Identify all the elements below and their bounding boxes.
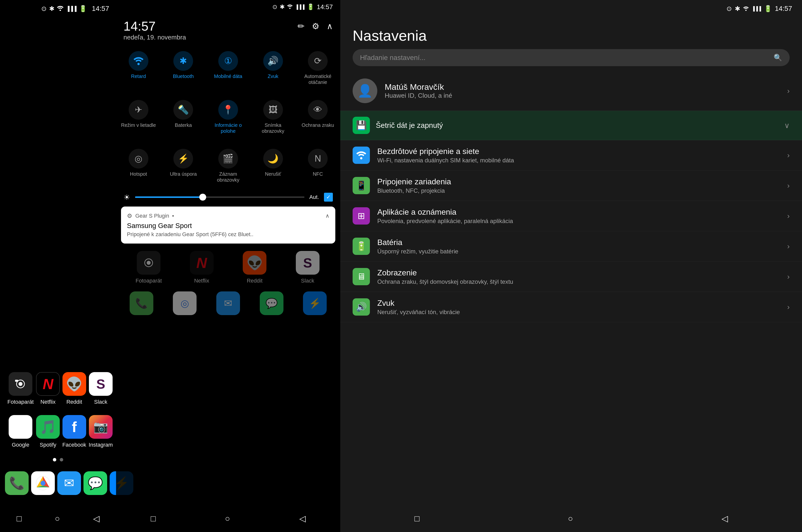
shade-clock: 14:57 [124,19,186,34]
slack-app-label: Slack [94,399,107,405]
list-item[interactable]: 💬 [84,471,107,495]
screen-record-toggle-icon[interactable]: 🎬 [218,149,238,169]
profile-sub: Huawei ID, Cloud, a iné [385,92,452,99]
eye-protection-toggle-icon[interactable]: 👁 [308,100,328,120]
ultra-save-toggle-label: Ultra úspora [170,171,197,177]
netflix-app-icon[interactable]: N [36,372,60,396]
shade-nav-home[interactable]: ○ [225,514,230,524]
facebook-app-icon[interactable]: f [62,415,86,439]
list-item[interactable]: S Slack [89,372,113,405]
list-item[interactable]: 👽 Reddit [62,372,86,405]
toggle-eye-protection[interactable]: 👁 Ochrana zraku [295,95,340,139]
sound-toggle-label: Zvuk [268,73,278,79]
camera-app-label: Fotoaparát [7,399,34,405]
settings-search-bar[interactable]: Hľadanie nastavení... 🔍 [352,49,790,66]
nfc-toggle-icon[interactable]: N [308,149,328,169]
rotation-toggle-icon[interactable]: ⟳ [308,51,328,71]
phone-dock-icon[interactable]: 📞 [5,471,29,495]
settings-nav-recent[interactable]: □ [414,514,420,524]
list-item[interactable]: N Netflix [36,372,60,405]
settings-item-wireless[interactable]: Bezdrôtové pripojenie a siete Wi-Fi, nas… [340,140,802,171]
settings-time: 14:57 [775,5,792,13]
airplane-toggle-icon[interactable]: ✈ [129,100,148,120]
home-nav-back[interactable]: ◁ [93,513,99,524]
data-saver-banner[interactable]: 💾 Šetrič dát je zapnutý ∨ [340,111,802,140]
wifi-toggle-icon[interactable] [129,51,148,71]
bluetooth-toggle-icon[interactable]: ✱ [174,51,193,71]
display-settings-title: Zobrazenie [377,268,513,277]
dnd-toggle-icon[interactable]: 🌙 [263,149,283,169]
list-item[interactable]: f Facebook [62,415,86,448]
mail-dock-icon[interactable]: ✉ [57,471,81,495]
spotify-app-icon[interactable]: 🎵 [36,415,60,439]
list-item[interactable]: Fotoaparát [7,372,34,405]
home-nav-recent[interactable]: □ [17,514,22,524]
settings-item-device-connect[interactable]: 📱 Pripojenie zariadenia Bluetooth, NFC, … [340,171,802,201]
hotspot-toggle-icon[interactable]: ◎ [129,149,148,169]
whatsapp-dock-icon[interactable]: 💬 [84,471,107,495]
screenshot-toggle-icon[interactable]: 🖼 [263,100,283,120]
settings-nav-home[interactable]: ○ [568,514,573,524]
toggle-nfc[interactable]: N NFC [295,144,340,188]
ultra-save-toggle-icon[interactable]: ⚡ [174,149,193,169]
toggle-location[interactable]: 📍 Informácie o polohe [206,95,251,139]
shade-signal-icon: ▐▐▐ [295,4,305,10]
mobile-data-toggle-icon[interactable]: ① [218,51,238,71]
notif-expand-icon[interactable]: ∧ [325,213,329,219]
toggle-ultra-save[interactable]: ⚡ Ultra úspora [161,144,206,188]
toggle-do-not-disturb[interactable]: 🌙 Nerušiť [251,144,295,188]
shade-alarm-icon: ⊙ [272,3,277,11]
settings-item-battery[interactable]: 🔋 Batéria Úsporný režim, využitie batéri… [340,231,802,262]
toggle-bluetooth[interactable]: ✱ Bluetooth [161,46,206,90]
toggle-flashlight[interactable]: 🔦 Baterka [161,95,206,139]
google-app-icon[interactable] [8,415,32,439]
list-item[interactable]: ✉ [57,471,81,495]
settings-item-apps[interactable]: ⊞ Aplikácie a oznámenia Povolenia, predv… [340,201,802,231]
location-toggle-icon[interactable]: 📍 [218,100,238,120]
chrome-dock-icon[interactable] [31,471,55,495]
shade-settings-icon[interactable]: ⚙ [312,21,319,31]
toggle-wifi[interactable]: Retard [116,46,161,90]
list-item: ✉ [208,291,249,315]
instagram-app-icon[interactable]: 📷 [89,415,113,439]
page-dots [0,453,116,467]
slack-app-icon[interactable]: S [89,372,113,396]
shade-collapse-icon[interactable]: ∧ [327,21,333,31]
shade-action-buttons: ✏ ⚙ ∧ [297,19,333,31]
list-item[interactable]: 📞 [5,471,29,495]
camera-app-icon[interactable] [8,372,32,396]
display-settings-icon: 🖥 [352,268,370,285]
list-item[interactable]: 📷 Instagram [89,415,113,448]
settings-profile-row[interactable]: 👤 Matúš Moravčík Huawei ID, Cloud, a iné… [340,71,802,111]
toggle-sound[interactable]: 🔊 Zvuk [251,46,295,90]
toggle-screenshot[interactable]: 🖼 Snímka obrazovky [251,95,295,139]
toggle-screen-record[interactable]: 🎬 Záznam obrazovky [206,144,251,188]
list-item[interactable]: Google [7,415,34,448]
wireless-settings-sub: Wi-Fi, nastavenia duálnych SIM kariet, m… [377,157,514,164]
shade-nav-recent[interactable]: □ [151,514,156,524]
toggle-rotation[interactable]: ⟳ Automatické otáčanie [295,46,340,90]
reddit-app-icon[interactable]: 👽 [62,372,86,396]
flashlight-toggle-icon[interactable]: 🔦 [174,100,193,120]
auto-brightness-checkbox[interactable]: ✓ [324,193,333,202]
toggle-hotspot[interactable]: ◎ Hotspot [116,144,161,188]
list-item[interactable] [31,471,55,495]
settings-item-display[interactable]: 🖥 Zobrazenie Ochrana zraku, štýl domovsk… [340,262,802,292]
notification-card[interactable]: ⚙ Gear S Plugin • ∧ Samsung Gear Sport P… [121,207,335,244]
spotify-app-label: Spotify [40,442,56,448]
wifi-toggle-label: Retard [131,73,146,79]
list-item[interactable]: 🎵 Spotify [36,415,60,448]
brightness-slider[interactable] [135,196,305,198]
settings-nav-back[interactable]: ◁ [722,513,728,524]
sound-toggle-icon[interactable]: 🔊 [263,51,283,71]
shade-nav-back[interactable]: ◁ [299,513,306,524]
toggle-airplane[interactable]: ✈ Režim v lietadle [116,95,161,139]
battery-settings-title: Batéria [377,238,458,247]
settings-wifi-icon [743,5,749,13]
search-icon: 🔍 [773,54,782,62]
shade-edit-icon[interactable]: ✏ [297,21,305,31]
home-nav-home[interactable]: ○ [55,514,60,524]
toggle-mobile-data[interactable]: ① Mobilné dáta [206,46,251,90]
settings-item-sound[interactable]: 🔊 Zvuk Nerušiť, vyzváňací tón, vibrácie … [340,292,802,322]
brightness-thumb[interactable] [199,194,206,201]
